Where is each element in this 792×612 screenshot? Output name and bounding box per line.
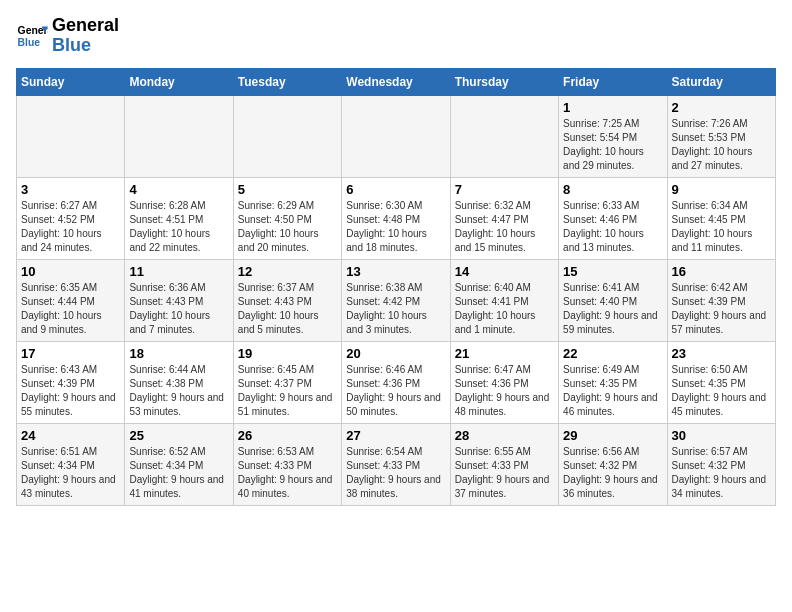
calendar-week-row: 17Sunrise: 6:43 AM Sunset: 4:39 PM Dayli…	[17, 341, 776, 423]
calendar-day-cell: 19Sunrise: 6:45 AM Sunset: 4:37 PM Dayli…	[233, 341, 341, 423]
calendar-day-cell: 24Sunrise: 6:51 AM Sunset: 4:34 PM Dayli…	[17, 423, 125, 505]
day-number: 13	[346, 264, 445, 279]
day-info: Sunrise: 6:54 AM Sunset: 4:33 PM Dayligh…	[346, 445, 445, 501]
day-number: 26	[238, 428, 337, 443]
day-number: 7	[455, 182, 554, 197]
calendar-day-cell: 28Sunrise: 6:55 AM Sunset: 4:33 PM Dayli…	[450, 423, 558, 505]
calendar-day-cell: 17Sunrise: 6:43 AM Sunset: 4:39 PM Dayli…	[17, 341, 125, 423]
calendar-table: SundayMondayTuesdayWednesdayThursdayFrid…	[16, 68, 776, 506]
day-of-week-header: Saturday	[667, 68, 775, 95]
calendar-day-cell	[233, 95, 341, 177]
calendar-day-cell	[17, 95, 125, 177]
calendar-week-row: 10Sunrise: 6:35 AM Sunset: 4:44 PM Dayli…	[17, 259, 776, 341]
day-info: Sunrise: 6:43 AM Sunset: 4:39 PM Dayligh…	[21, 363, 120, 419]
header-row: SundayMondayTuesdayWednesdayThursdayFrid…	[17, 68, 776, 95]
calendar-day-cell: 7Sunrise: 6:32 AM Sunset: 4:47 PM Daylig…	[450, 177, 558, 259]
day-number: 3	[21, 182, 120, 197]
calendar-day-cell: 21Sunrise: 6:47 AM Sunset: 4:36 PM Dayli…	[450, 341, 558, 423]
day-info: Sunrise: 6:49 AM Sunset: 4:35 PM Dayligh…	[563, 363, 662, 419]
calendar-day-cell: 20Sunrise: 6:46 AM Sunset: 4:36 PM Dayli…	[342, 341, 450, 423]
day-number: 1	[563, 100, 662, 115]
day-of-week-header: Wednesday	[342, 68, 450, 95]
day-of-week-header: Friday	[559, 68, 667, 95]
day-number: 30	[672, 428, 771, 443]
calendar-day-cell: 4Sunrise: 6:28 AM Sunset: 4:51 PM Daylig…	[125, 177, 233, 259]
day-info: Sunrise: 7:25 AM Sunset: 5:54 PM Dayligh…	[563, 117, 662, 173]
calendar-day-cell: 23Sunrise: 6:50 AM Sunset: 4:35 PM Dayli…	[667, 341, 775, 423]
day-of-week-header: Thursday	[450, 68, 558, 95]
day-info: Sunrise: 6:40 AM Sunset: 4:41 PM Dayligh…	[455, 281, 554, 337]
day-number: 10	[21, 264, 120, 279]
day-info: Sunrise: 7:26 AM Sunset: 5:53 PM Dayligh…	[672, 117, 771, 173]
header-area: General Blue GeneralBlue	[16, 16, 776, 56]
day-info: Sunrise: 6:50 AM Sunset: 4:35 PM Dayligh…	[672, 363, 771, 419]
day-info: Sunrise: 6:46 AM Sunset: 4:36 PM Dayligh…	[346, 363, 445, 419]
day-number: 2	[672, 100, 771, 115]
day-info: Sunrise: 6:27 AM Sunset: 4:52 PM Dayligh…	[21, 199, 120, 255]
day-info: Sunrise: 6:53 AM Sunset: 4:33 PM Dayligh…	[238, 445, 337, 501]
calendar-day-cell: 8Sunrise: 6:33 AM Sunset: 4:46 PM Daylig…	[559, 177, 667, 259]
calendar-day-cell: 27Sunrise: 6:54 AM Sunset: 4:33 PM Dayli…	[342, 423, 450, 505]
day-info: Sunrise: 6:51 AM Sunset: 4:34 PM Dayligh…	[21, 445, 120, 501]
day-info: Sunrise: 6:34 AM Sunset: 4:45 PM Dayligh…	[672, 199, 771, 255]
calendar-day-cell: 15Sunrise: 6:41 AM Sunset: 4:40 PM Dayli…	[559, 259, 667, 341]
day-of-week-header: Tuesday	[233, 68, 341, 95]
day-info: Sunrise: 6:38 AM Sunset: 4:42 PM Dayligh…	[346, 281, 445, 337]
day-info: Sunrise: 6:57 AM Sunset: 4:32 PM Dayligh…	[672, 445, 771, 501]
day-info: Sunrise: 6:33 AM Sunset: 4:46 PM Dayligh…	[563, 199, 662, 255]
day-info: Sunrise: 6:56 AM Sunset: 4:32 PM Dayligh…	[563, 445, 662, 501]
day-info: Sunrise: 6:55 AM Sunset: 4:33 PM Dayligh…	[455, 445, 554, 501]
calendar-day-cell	[450, 95, 558, 177]
calendar-week-row: 1Sunrise: 7:25 AM Sunset: 5:54 PM Daylig…	[17, 95, 776, 177]
calendar-day-cell: 1Sunrise: 7:25 AM Sunset: 5:54 PM Daylig…	[559, 95, 667, 177]
day-number: 16	[672, 264, 771, 279]
calendar-day-cell: 26Sunrise: 6:53 AM Sunset: 4:33 PM Dayli…	[233, 423, 341, 505]
calendar-day-cell: 10Sunrise: 6:35 AM Sunset: 4:44 PM Dayli…	[17, 259, 125, 341]
calendar-day-cell	[125, 95, 233, 177]
day-number: 9	[672, 182, 771, 197]
day-number: 18	[129, 346, 228, 361]
day-number: 28	[455, 428, 554, 443]
calendar-day-cell: 5Sunrise: 6:29 AM Sunset: 4:50 PM Daylig…	[233, 177, 341, 259]
calendar-day-cell: 13Sunrise: 6:38 AM Sunset: 4:42 PM Dayli…	[342, 259, 450, 341]
day-info: Sunrise: 6:30 AM Sunset: 4:48 PM Dayligh…	[346, 199, 445, 255]
calendar-day-cell: 11Sunrise: 6:36 AM Sunset: 4:43 PM Dayli…	[125, 259, 233, 341]
day-number: 5	[238, 182, 337, 197]
day-number: 8	[563, 182, 662, 197]
day-number: 23	[672, 346, 771, 361]
day-info: Sunrise: 6:42 AM Sunset: 4:39 PM Dayligh…	[672, 281, 771, 337]
calendar-day-cell: 12Sunrise: 6:37 AM Sunset: 4:43 PM Dayli…	[233, 259, 341, 341]
day-number: 21	[455, 346, 554, 361]
calendar-day-cell: 22Sunrise: 6:49 AM Sunset: 4:35 PM Dayli…	[559, 341, 667, 423]
calendar-week-row: 3Sunrise: 6:27 AM Sunset: 4:52 PM Daylig…	[17, 177, 776, 259]
day-info: Sunrise: 6:44 AM Sunset: 4:38 PM Dayligh…	[129, 363, 228, 419]
calendar-day-cell	[342, 95, 450, 177]
calendar-day-cell: 18Sunrise: 6:44 AM Sunset: 4:38 PM Dayli…	[125, 341, 233, 423]
calendar-day-cell: 6Sunrise: 6:30 AM Sunset: 4:48 PM Daylig…	[342, 177, 450, 259]
day-number: 19	[238, 346, 337, 361]
day-number: 25	[129, 428, 228, 443]
day-number: 11	[129, 264, 228, 279]
calendar-day-cell: 29Sunrise: 6:56 AM Sunset: 4:32 PM Dayli…	[559, 423, 667, 505]
day-of-week-header: Sunday	[17, 68, 125, 95]
day-number: 12	[238, 264, 337, 279]
day-info: Sunrise: 6:32 AM Sunset: 4:47 PM Dayligh…	[455, 199, 554, 255]
day-info: Sunrise: 6:35 AM Sunset: 4:44 PM Dayligh…	[21, 281, 120, 337]
day-info: Sunrise: 6:47 AM Sunset: 4:36 PM Dayligh…	[455, 363, 554, 419]
day-number: 20	[346, 346, 445, 361]
day-info: Sunrise: 6:28 AM Sunset: 4:51 PM Dayligh…	[129, 199, 228, 255]
logo-text: GeneralBlue	[52, 16, 119, 56]
day-number: 29	[563, 428, 662, 443]
calendar-week-row: 24Sunrise: 6:51 AM Sunset: 4:34 PM Dayli…	[17, 423, 776, 505]
day-number: 27	[346, 428, 445, 443]
day-info: Sunrise: 6:37 AM Sunset: 4:43 PM Dayligh…	[238, 281, 337, 337]
day-info: Sunrise: 6:52 AM Sunset: 4:34 PM Dayligh…	[129, 445, 228, 501]
calendar-day-cell: 9Sunrise: 6:34 AM Sunset: 4:45 PM Daylig…	[667, 177, 775, 259]
calendar-day-cell: 16Sunrise: 6:42 AM Sunset: 4:39 PM Dayli…	[667, 259, 775, 341]
day-info: Sunrise: 6:41 AM Sunset: 4:40 PM Dayligh…	[563, 281, 662, 337]
calendar-day-cell: 2Sunrise: 7:26 AM Sunset: 5:53 PM Daylig…	[667, 95, 775, 177]
day-number: 17	[21, 346, 120, 361]
day-number: 4	[129, 182, 228, 197]
day-number: 15	[563, 264, 662, 279]
day-of-week-header: Monday	[125, 68, 233, 95]
